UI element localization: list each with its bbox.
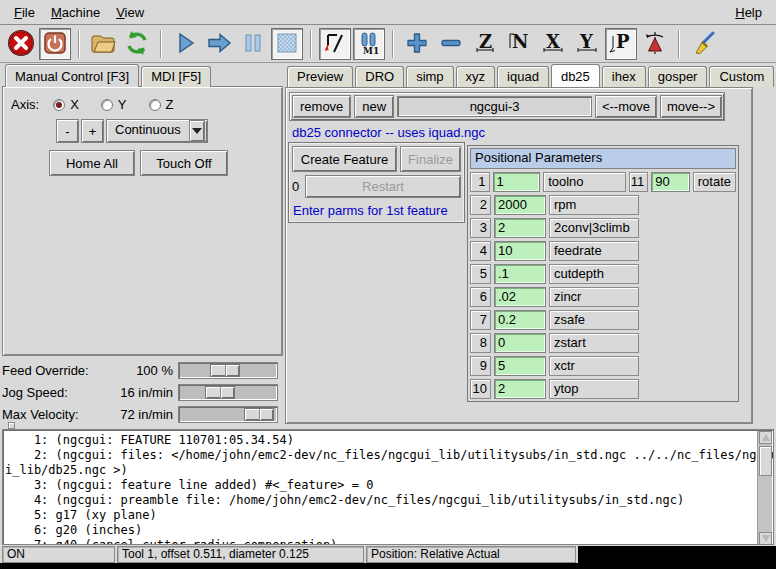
svg-text:N: N [512, 31, 528, 52]
zoom-out-icon [438, 30, 464, 59]
feed-override-slider[interactable] [178, 362, 278, 379]
param-input-feedrate[interactable]: 10 [494, 241, 546, 261]
axis-label: Axis: [11, 97, 39, 112]
tab-ihex[interactable]: ihex [602, 66, 646, 87]
param-name-label: zstart [549, 333, 639, 353]
tab-xyz[interactable]: xyz [456, 66, 496, 87]
home-all-button[interactable]: Home All [49, 150, 135, 176]
axis-radio-y[interactable]: Y [101, 97, 127, 112]
param-input-2conv3climb[interactable]: 2 [494, 218, 546, 238]
optional-stop-icon: M1 [356, 30, 382, 59]
touch-off-button[interactable]: Touch Off [140, 150, 228, 176]
menu-help[interactable]: Help [727, 2, 770, 23]
log-scrollbar-thumb[interactable] [759, 446, 772, 476]
param-input-zstart[interactable]: 0 [494, 333, 546, 353]
param-input-zincr[interactable]: .02 [494, 287, 546, 307]
param-input-xctr[interactable]: 5 [494, 356, 546, 376]
ngcgui-name-field[interactable]: ngcgui-3 [397, 96, 592, 117]
log-scrollbar[interactable] [757, 431, 772, 545]
param-row: 4 10 feedrate [470, 241, 736, 261]
clear-plot-button[interactable] [687, 28, 719, 60]
run-button[interactable] [169, 28, 201, 60]
param-input-cutdepth[interactable]: .1 [494, 264, 546, 284]
restart-button[interactable]: Restart [305, 175, 461, 198]
pause-button[interactable] [237, 28, 269, 60]
finalize-button[interactable]: Finalize [400, 146, 461, 172]
tab-db25[interactable]: db25 [551, 64, 600, 87]
tab-custom[interactable]: Custom [709, 66, 774, 87]
ngcgui-remove-button[interactable]: remove [292, 95, 351, 118]
view-perspective-button[interactable]: P [605, 28, 637, 60]
ngcgui-move-right-button[interactable]: move--> [660, 95, 722, 118]
feed-override-slider-thumb[interactable] [210, 364, 240, 377]
menu-machine[interactable]: Machine [43, 2, 108, 23]
zoom-in-button[interactable] [401, 28, 433, 60]
tab-simp[interactable]: simp [406, 66, 453, 87]
axis-radio-z[interactable]: Z [149, 97, 174, 112]
ngcgui-new-button[interactable]: new [354, 95, 394, 118]
tab-iquad[interactable]: iquad [497, 66, 549, 87]
create-feature-button[interactable]: Create Feature [292, 146, 397, 172]
tab-dro[interactable]: DRO [355, 66, 404, 87]
tab-preview[interactable]: Preview [287, 66, 353, 87]
svg-text:Z: Z [479, 31, 492, 52]
reload-button[interactable] [121, 28, 153, 60]
optional-stop-button[interactable]: M1 [353, 28, 385, 60]
param-number: 8 [470, 333, 491, 353]
radio-x-indicator [53, 99, 65, 111]
param-input-toolno[interactable]: 1 [493, 172, 541, 192]
jog-minus-button[interactable]: - [56, 119, 79, 143]
param-name-label: feedrate [549, 241, 639, 261]
tab-gosper[interactable]: gosper [648, 66, 708, 87]
open-file-button[interactable] [87, 28, 119, 60]
jog-speed-row: Jog Speed: 16 in/min [2, 382, 284, 402]
tab-manual-control[interactable]: Manual Control [F3] [5, 64, 139, 87]
param-name-label: ytop [549, 379, 639, 399]
menu-file[interactable]: File [6, 2, 43, 23]
param-input-zsafe[interactable]: 0.2 [494, 310, 546, 330]
axis-y-label: Y [118, 97, 127, 112]
param-row: 1 1 toolno 11 90 rotate [470, 172, 736, 192]
view-x-button[interactable]: X [537, 28, 569, 60]
stop-button[interactable] [271, 28, 303, 60]
estop-button[interactable] [5, 28, 37, 60]
svg-text:P: P [616, 31, 630, 52]
pane-sash-handle[interactable] [8, 422, 15, 429]
param-name-label: rotate [693, 172, 736, 192]
chevron-down-icon [189, 120, 205, 142]
view-y-button[interactable]: Y [571, 28, 603, 60]
jog-plus-button[interactable]: + [81, 119, 104, 143]
menubar: File Machine View Help [0, 0, 776, 25]
toolbar-separator [678, 30, 680, 58]
param-number: 9 [470, 356, 491, 376]
scroll-down-arrow-icon[interactable] [759, 532, 772, 545]
position-mode-status: Position: Relative Actual [366, 546, 576, 563]
param-input-ytop[interactable]: 2 [494, 379, 546, 399]
tab-mdi[interactable]: MDI [F5] [141, 66, 211, 87]
block-delete-button[interactable] [319, 28, 351, 60]
view-z-rotated-button[interactable]: N [503, 28, 535, 60]
jog-speed-slider-thumb[interactable] [205, 386, 235, 399]
scroll-up-arrow-icon[interactable] [759, 431, 772, 444]
menu-view[interactable]: View [108, 2, 152, 23]
max-velocity-slider[interactable] [178, 406, 278, 423]
ngcgui-move-left-button[interactable]: <--move [595, 95, 657, 118]
param-input-rotate[interactable]: 90 [651, 172, 690, 192]
param-name-label: 2conv|3climb [549, 218, 639, 238]
axis-x-label: X [70, 97, 79, 112]
max-velocity-row: Max Velocity: 72 in/min [2, 404, 284, 424]
rotate-view-button[interactable] [639, 28, 671, 60]
pause-icon [240, 30, 266, 59]
machine-power-button[interactable] [39, 28, 71, 60]
jog-speed-slider[interactable] [178, 384, 278, 401]
max-velocity-slider-thumb[interactable] [244, 408, 274, 421]
jog-mode-dropdown[interactable]: Continuous [106, 119, 208, 143]
param-number: 2 [470, 195, 491, 215]
step-button[interactable] [203, 28, 235, 60]
zoom-out-button[interactable] [435, 28, 467, 60]
axis-radio-x[interactable]: X [53, 97, 79, 112]
positional-parameters-header: Positional Parameters [470, 148, 736, 169]
view-z-button[interactable]: Z [469, 28, 501, 60]
param-input-rpm[interactable]: 2000 [494, 195, 546, 215]
param-row: 2 2000 rpm [470, 195, 736, 215]
